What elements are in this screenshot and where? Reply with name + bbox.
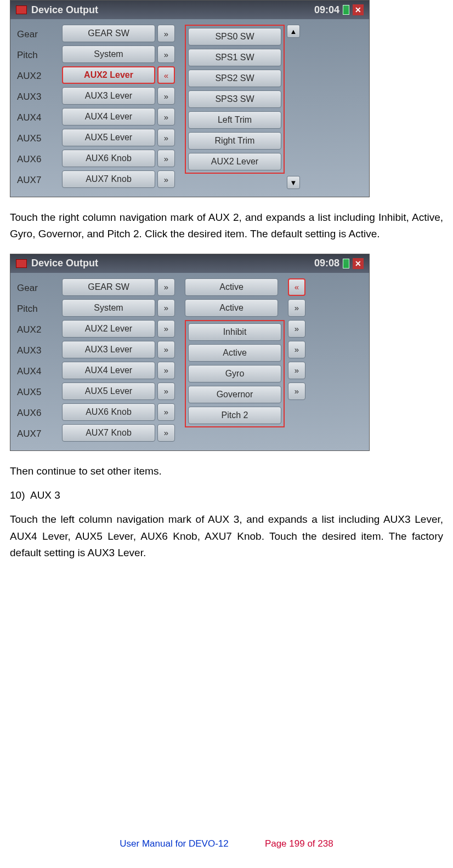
list-option[interactable]: SPS1 SW [188, 49, 281, 66]
heading-aux3: 10) AUX 3 [10, 489, 443, 501]
chevron-icon[interactable]: » [288, 320, 305, 338]
paragraph-aux2-right: Touch the right column navigation mark o… [10, 209, 443, 243]
chevron-icon[interactable]: » [157, 424, 175, 442]
chevron-icon[interactable]: » [157, 403, 175, 421]
channel-button[interactable]: AUX3 Lever [62, 341, 155, 358]
chevron-icon[interactable]: » [288, 362, 305, 379]
row-label: AUX3 [17, 342, 52, 359]
clock: 09:04 [314, 4, 339, 16]
list-option[interactable]: SPS0 SW [188, 28, 281, 45]
chevron-icon[interactable]: » [157, 108, 175, 125]
screenshot-device-output-1: Device Output 09:04 ✕ GearPitchAUX2AUX3A… [10, 0, 370, 197]
channel-button[interactable]: AUX4 Lever [62, 362, 155, 379]
battery-icon [343, 5, 349, 15]
row-label: AUX4 [17, 109, 52, 127]
list-option[interactable]: Governor [188, 386, 281, 403]
channel-button[interactable]: AUX2 Lever [62, 320, 155, 338]
chevron-icon[interactable]: » [157, 87, 175, 105]
row-label: AUX7 [17, 425, 52, 443]
chevron-icon[interactable]: « [157, 66, 175, 84]
chevron-icon[interactable]: « [288, 278, 305, 296]
chevron-icon[interactable]: » [157, 150, 175, 167]
row-label: AUX3 [17, 88, 52, 106]
chevron-icon[interactable]: » [288, 341, 305, 358]
chevron-icon[interactable]: » [288, 299, 305, 317]
row-label: Gear [17, 26, 52, 43]
channel-button[interactable]: System [62, 299, 155, 317]
chevron-icon[interactable]: » [157, 341, 175, 358]
channel-button[interactable]: GEAR SW [62, 278, 155, 296]
row-label: AUX7 [17, 172, 52, 189]
list-option[interactable]: SPS2 SW [188, 70, 281, 87]
status-button[interactable]: Active [185, 299, 278, 317]
status-button[interactable]: Active [185, 278, 278, 296]
expanded-list-aux2-right: InhibitActiveGyroGovernorPitch 2 [185, 320, 285, 427]
channel-button[interactable]: System [62, 45, 155, 63]
flag-icon [16, 5, 27, 14]
list-option[interactable]: Inhibit [188, 323, 281, 341]
channel-button[interactable]: AUX5 Lever [62, 129, 155, 146]
channel-button[interactable]: AUX3 Lever [62, 87, 155, 105]
list-option[interactable]: Pitch 2 [188, 407, 281, 424]
row-label: AUX5 [17, 384, 52, 401]
chevron-icon[interactable]: » [288, 382, 305, 400]
chevron-icon[interactable]: » [157, 362, 175, 379]
titlebar: Device Output 09:04 ✕ [10, 1, 369, 19]
row-label: AUX6 [17, 151, 52, 168]
paragraph-aux3: Touch the left column navigation mark of… [10, 511, 443, 561]
list-option[interactable]: AUX2 Lever [188, 153, 281, 170]
channel-button[interactable]: GEAR SW [62, 25, 155, 42]
window-title: Device Output [31, 258, 98, 269]
row-label: AUX2 [17, 321, 52, 339]
paragraph-continue: Then continue to set other items. [10, 463, 443, 479]
channel-button[interactable]: AUX2 Lever [62, 66, 155, 84]
channel-button[interactable]: AUX6 Knob [62, 403, 155, 421]
close-icon[interactable]: ✕ [353, 258, 364, 269]
row-label: Pitch [17, 47, 52, 64]
channel-button[interactable]: AUX4 Lever [62, 108, 155, 125]
channel-button[interactable]: AUX5 Lever [62, 382, 155, 400]
row-label: AUX2 [17, 67, 52, 85]
clock: 09:08 [314, 258, 339, 269]
chevron-icon[interactable]: » [157, 129, 175, 146]
chevron-icon[interactable]: » [157, 170, 175, 188]
row-label: Pitch [17, 300, 52, 318]
scroll-up-icon[interactable]: ▲ [287, 25, 300, 38]
list-option[interactable]: Gyro [188, 365, 281, 382]
row-label: AUX6 [17, 404, 52, 422]
row-label: AUX4 [17, 363, 52, 380]
list-option[interactable]: Right Trim [188, 132, 281, 150]
chevron-icon[interactable]: » [157, 25, 175, 42]
flag-icon [16, 259, 27, 268]
scroll-down-icon[interactable]: ▼ [287, 176, 300, 189]
list-option[interactable]: Left Trim [188, 111, 281, 129]
close-icon[interactable]: ✕ [353, 4, 364, 15]
chevron-icon[interactable]: » [157, 320, 175, 338]
footer-manual: User Manual for DEVO-12 [120, 838, 228, 849]
chevron-icon[interactable]: » [157, 278, 175, 296]
battery-icon [343, 259, 349, 269]
screenshot-device-output-2: Device Output 09:08 ✕ GearPitchAUX2AUX3A… [10, 254, 370, 451]
chevron-icon[interactable]: » [157, 382, 175, 400]
chevron-icon[interactable]: » [157, 45, 175, 63]
page-footer: User Manual for DEVO-12 Page 199 of 238 [0, 838, 453, 849]
list-option[interactable]: Active [188, 344, 281, 362]
expanded-list-aux2-left: SPS0 SWSPS1 SWSPS2 SWSPS3 SWLeft TrimRig… [185, 25, 285, 174]
channel-button[interactable]: AUX6 Knob [62, 150, 155, 167]
chevron-icon[interactable]: » [157, 299, 175, 317]
window-title: Device Output [31, 4, 98, 16]
row-label: AUX5 [17, 130, 52, 147]
list-option[interactable]: SPS3 SW [188, 90, 281, 108]
row-label: Gear [17, 279, 52, 297]
channel-button[interactable]: AUX7 Knob [62, 170, 155, 188]
channel-button[interactable]: AUX7 Knob [62, 424, 155, 442]
titlebar: Device Output 09:08 ✕ [10, 254, 369, 273]
footer-page: Page 199 of 238 [265, 838, 333, 849]
